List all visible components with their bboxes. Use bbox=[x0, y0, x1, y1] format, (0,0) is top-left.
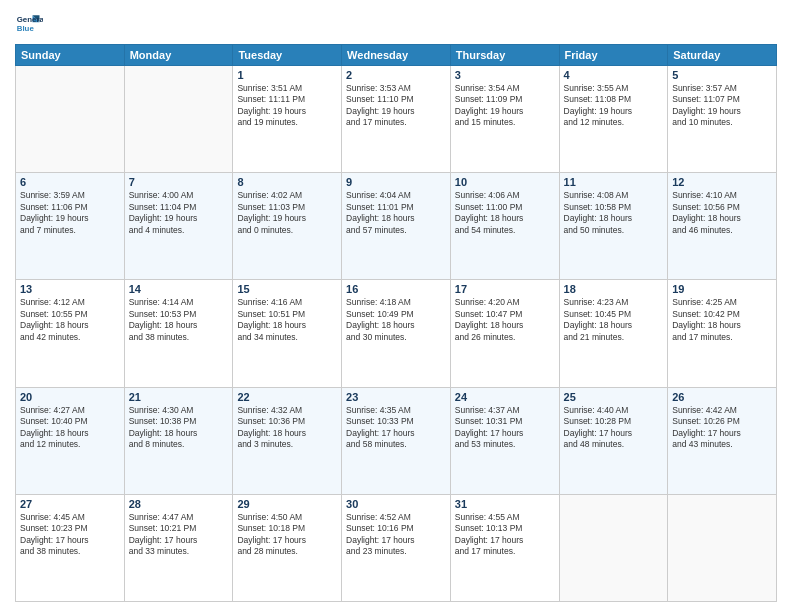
day-number: 21 bbox=[129, 391, 229, 403]
calendar-cell: 23Sunrise: 4:35 AM Sunset: 10:33 PM Dayl… bbox=[342, 387, 451, 494]
day-info: Sunrise: 4:06 AM Sunset: 11:00 PM Daylig… bbox=[455, 190, 555, 236]
calendar-cell: 13Sunrise: 4:12 AM Sunset: 10:55 PM Dayl… bbox=[16, 280, 125, 387]
day-info: Sunrise: 4:50 AM Sunset: 10:18 PM Daylig… bbox=[237, 512, 337, 558]
weekday-friday: Friday bbox=[559, 45, 668, 66]
calendar-cell: 26Sunrise: 4:42 AM Sunset: 10:26 PM Dayl… bbox=[668, 387, 777, 494]
calendar-cell: 7Sunrise: 4:00 AM Sunset: 11:04 PM Dayli… bbox=[124, 173, 233, 280]
weekday-monday: Monday bbox=[124, 45, 233, 66]
calendar-cell: 12Sunrise: 4:10 AM Sunset: 10:56 PM Dayl… bbox=[668, 173, 777, 280]
day-number: 18 bbox=[564, 283, 664, 295]
day-number: 23 bbox=[346, 391, 446, 403]
day-info: Sunrise: 4:42 AM Sunset: 10:26 PM Daylig… bbox=[672, 405, 772, 451]
day-number: 8 bbox=[237, 176, 337, 188]
logo-icon: General Blue bbox=[15, 10, 43, 38]
svg-text:General: General bbox=[17, 15, 43, 24]
day-number: 12 bbox=[672, 176, 772, 188]
day-number: 9 bbox=[346, 176, 446, 188]
day-number: 19 bbox=[672, 283, 772, 295]
day-number: 26 bbox=[672, 391, 772, 403]
day-info: Sunrise: 4:20 AM Sunset: 10:47 PM Daylig… bbox=[455, 297, 555, 343]
day-info: Sunrise: 4:47 AM Sunset: 10:21 PM Daylig… bbox=[129, 512, 229, 558]
day-number: 30 bbox=[346, 498, 446, 510]
calendar-cell bbox=[16, 66, 125, 173]
day-number: 29 bbox=[237, 498, 337, 510]
calendar-cell: 28Sunrise: 4:47 AM Sunset: 10:21 PM Dayl… bbox=[124, 494, 233, 601]
svg-text:Blue: Blue bbox=[17, 24, 35, 33]
page: General Blue SundayMondayTuesdayWednesda… bbox=[0, 0, 792, 612]
day-number: 16 bbox=[346, 283, 446, 295]
weekday-thursday: Thursday bbox=[450, 45, 559, 66]
day-number: 4 bbox=[564, 69, 664, 81]
calendar-cell bbox=[124, 66, 233, 173]
weekday-saturday: Saturday bbox=[668, 45, 777, 66]
logo: General Blue bbox=[15, 10, 43, 38]
calendar-cell: 29Sunrise: 4:50 AM Sunset: 10:18 PM Dayl… bbox=[233, 494, 342, 601]
day-number: 10 bbox=[455, 176, 555, 188]
day-info: Sunrise: 4:02 AM Sunset: 11:03 PM Daylig… bbox=[237, 190, 337, 236]
day-number: 5 bbox=[672, 69, 772, 81]
day-info: Sunrise: 3:57 AM Sunset: 11:07 PM Daylig… bbox=[672, 83, 772, 129]
weekday-sunday: Sunday bbox=[16, 45, 125, 66]
calendar-cell: 17Sunrise: 4:20 AM Sunset: 10:47 PM Dayl… bbox=[450, 280, 559, 387]
weekday-wednesday: Wednesday bbox=[342, 45, 451, 66]
day-info: Sunrise: 4:30 AM Sunset: 10:38 PM Daylig… bbox=[129, 405, 229, 451]
calendar-cell bbox=[559, 494, 668, 601]
calendar-cell: 21Sunrise: 4:30 AM Sunset: 10:38 PM Dayl… bbox=[124, 387, 233, 494]
day-info: Sunrise: 4:00 AM Sunset: 11:04 PM Daylig… bbox=[129, 190, 229, 236]
calendar-cell: 1Sunrise: 3:51 AM Sunset: 11:11 PM Dayli… bbox=[233, 66, 342, 173]
calendar-cell: 24Sunrise: 4:37 AM Sunset: 10:31 PM Dayl… bbox=[450, 387, 559, 494]
day-number: 2 bbox=[346, 69, 446, 81]
day-number: 17 bbox=[455, 283, 555, 295]
day-number: 6 bbox=[20, 176, 120, 188]
calendar-week-row: 20Sunrise: 4:27 AM Sunset: 10:40 PM Dayl… bbox=[16, 387, 777, 494]
calendar-week-row: 13Sunrise: 4:12 AM Sunset: 10:55 PM Dayl… bbox=[16, 280, 777, 387]
calendar-cell: 6Sunrise: 3:59 AM Sunset: 11:06 PM Dayli… bbox=[16, 173, 125, 280]
day-info: Sunrise: 4:23 AM Sunset: 10:45 PM Daylig… bbox=[564, 297, 664, 343]
calendar-cell: 10Sunrise: 4:06 AM Sunset: 11:00 PM Dayl… bbox=[450, 173, 559, 280]
calendar-cell: 20Sunrise: 4:27 AM Sunset: 10:40 PM Dayl… bbox=[16, 387, 125, 494]
calendar-header: SundayMondayTuesdayWednesdayThursdayFrid… bbox=[16, 45, 777, 66]
calendar-cell: 15Sunrise: 4:16 AM Sunset: 10:51 PM Dayl… bbox=[233, 280, 342, 387]
day-info: Sunrise: 4:52 AM Sunset: 10:16 PM Daylig… bbox=[346, 512, 446, 558]
calendar-cell: 2Sunrise: 3:53 AM Sunset: 11:10 PM Dayli… bbox=[342, 66, 451, 173]
day-info: Sunrise: 4:27 AM Sunset: 10:40 PM Daylig… bbox=[20, 405, 120, 451]
weekday-tuesday: Tuesday bbox=[233, 45, 342, 66]
day-info: Sunrise: 4:16 AM Sunset: 10:51 PM Daylig… bbox=[237, 297, 337, 343]
day-info: Sunrise: 4:08 AM Sunset: 10:58 PM Daylig… bbox=[564, 190, 664, 236]
day-number: 27 bbox=[20, 498, 120, 510]
day-info: Sunrise: 4:37 AM Sunset: 10:31 PM Daylig… bbox=[455, 405, 555, 451]
day-number: 31 bbox=[455, 498, 555, 510]
calendar-cell: 4Sunrise: 3:55 AM Sunset: 11:08 PM Dayli… bbox=[559, 66, 668, 173]
calendar-body: 1Sunrise: 3:51 AM Sunset: 11:11 PM Dayli… bbox=[16, 66, 777, 602]
day-info: Sunrise: 4:45 AM Sunset: 10:23 PM Daylig… bbox=[20, 512, 120, 558]
calendar-cell: 11Sunrise: 4:08 AM Sunset: 10:58 PM Dayl… bbox=[559, 173, 668, 280]
day-number: 20 bbox=[20, 391, 120, 403]
day-number: 24 bbox=[455, 391, 555, 403]
calendar-cell: 8Sunrise: 4:02 AM Sunset: 11:03 PM Dayli… bbox=[233, 173, 342, 280]
calendar-week-row: 1Sunrise: 3:51 AM Sunset: 11:11 PM Dayli… bbox=[16, 66, 777, 173]
day-info: Sunrise: 4:25 AM Sunset: 10:42 PM Daylig… bbox=[672, 297, 772, 343]
day-info: Sunrise: 3:55 AM Sunset: 11:08 PM Daylig… bbox=[564, 83, 664, 129]
calendar-cell: 14Sunrise: 4:14 AM Sunset: 10:53 PM Dayl… bbox=[124, 280, 233, 387]
day-info: Sunrise: 4:14 AM Sunset: 10:53 PM Daylig… bbox=[129, 297, 229, 343]
day-info: Sunrise: 4:55 AM Sunset: 10:13 PM Daylig… bbox=[455, 512, 555, 558]
calendar-cell bbox=[668, 494, 777, 601]
calendar-cell: 22Sunrise: 4:32 AM Sunset: 10:36 PM Dayl… bbox=[233, 387, 342, 494]
day-info: Sunrise: 4:18 AM Sunset: 10:49 PM Daylig… bbox=[346, 297, 446, 343]
weekday-header-row: SundayMondayTuesdayWednesdayThursdayFrid… bbox=[16, 45, 777, 66]
calendar-cell: 16Sunrise: 4:18 AM Sunset: 10:49 PM Dayl… bbox=[342, 280, 451, 387]
day-info: Sunrise: 4:40 AM Sunset: 10:28 PM Daylig… bbox=[564, 405, 664, 451]
day-info: Sunrise: 4:32 AM Sunset: 10:36 PM Daylig… bbox=[237, 405, 337, 451]
day-number: 14 bbox=[129, 283, 229, 295]
calendar-cell: 30Sunrise: 4:52 AM Sunset: 10:16 PM Dayl… bbox=[342, 494, 451, 601]
calendar-week-row: 27Sunrise: 4:45 AM Sunset: 10:23 PM Dayl… bbox=[16, 494, 777, 601]
day-number: 15 bbox=[237, 283, 337, 295]
calendar-cell: 27Sunrise: 4:45 AM Sunset: 10:23 PM Dayl… bbox=[16, 494, 125, 601]
day-number: 11 bbox=[564, 176, 664, 188]
day-info: Sunrise: 4:12 AM Sunset: 10:55 PM Daylig… bbox=[20, 297, 120, 343]
day-info: Sunrise: 4:35 AM Sunset: 10:33 PM Daylig… bbox=[346, 405, 446, 451]
calendar-cell: 31Sunrise: 4:55 AM Sunset: 10:13 PM Dayl… bbox=[450, 494, 559, 601]
calendar-cell: 3Sunrise: 3:54 AM Sunset: 11:09 PM Dayli… bbox=[450, 66, 559, 173]
day-info: Sunrise: 3:59 AM Sunset: 11:06 PM Daylig… bbox=[20, 190, 120, 236]
header: General Blue bbox=[15, 10, 777, 38]
